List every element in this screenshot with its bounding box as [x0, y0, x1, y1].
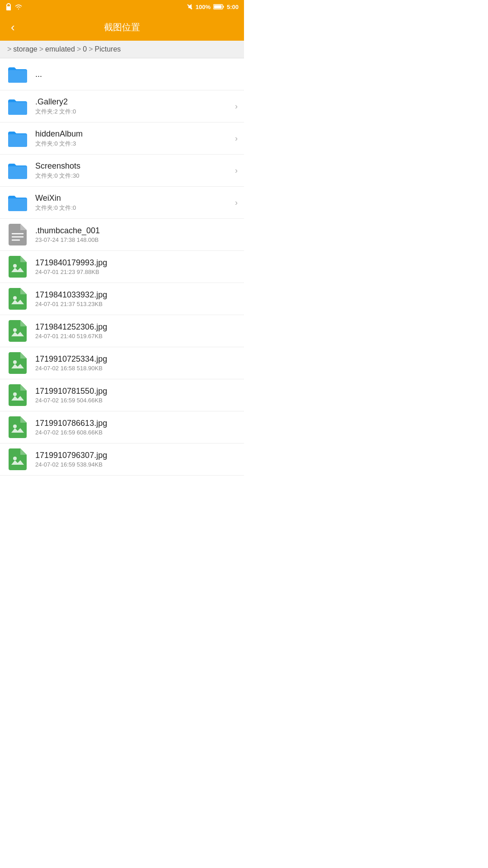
- file-meta: 文件夹:0 文件:0: [35, 204, 231, 212]
- svg-point-19: [13, 457, 17, 460]
- status-bar: 100% 5:00: [0, 0, 244, 14]
- wifi-icon: [14, 4, 23, 10]
- chevron-right-icon: ›: [235, 198, 238, 208]
- svg-point-15: [13, 328, 17, 332]
- list-item[interactable]: 1719910725334.jpg 24-07-02 16:58 518.90K…: [0, 347, 244, 379]
- file-info: hiddenAlbum 文件夹:0 文件:3: [35, 129, 231, 148]
- breadcrumb-sep3: >: [77, 45, 81, 53]
- breadcrumb: > storage > emulated > 0 > Pictures: [0, 41, 244, 58]
- list-item[interactable]: 1719840179993.jpg 24-07-01 21:23 97.88KB: [0, 251, 244, 283]
- lock-icon: [5, 3, 12, 10]
- list-item[interactable]: 1719910786613.jpg 24-07-02 16:59 608.66K…: [0, 411, 244, 443]
- file-list: ... .Gallery2 文件夹:2 文件:0 › hiddenAlbum 文…: [0, 58, 244, 476]
- file-meta: 24-07-02 16:58 518.90KB: [35, 365, 238, 372]
- file-info: 1719910786613.jpg 24-07-02 16:59 608.66K…: [35, 419, 238, 436]
- chevron-right-icon: ›: [235, 166, 238, 175]
- file-icon: [6, 352, 29, 374]
- file-icon: [6, 320, 29, 342]
- list-item[interactable]: .Gallery2 文件夹:2 文件:0 ›: [0, 90, 244, 123]
- mute-icon: [187, 4, 193, 10]
- file-meta: 文件夹:0 文件:30: [35, 172, 231, 180]
- list-item[interactable]: hiddenAlbum 文件夹:0 文件:3 ›: [0, 123, 244, 155]
- file-meta: 文件夹:0 文件:3: [35, 140, 231, 148]
- svg-point-16: [13, 360, 17, 364]
- file-info: 1719910781550.jpg 24-07-02 16:59 504.66K…: [35, 387, 238, 404]
- file-name: WeiXin: [35, 193, 231, 203]
- list-item[interactable]: .thumbcache_001 23-07-24 17:38 148.00B: [0, 219, 244, 251]
- file-meta: 24-07-01 21:40 519.67KB: [35, 333, 238, 340]
- file-icon: [6, 63, 29, 85]
- file-name: 1719841252306.jpg: [35, 322, 238, 332]
- status-bar-left: [5, 3, 23, 10]
- file-name: 1719910796307.jpg: [35, 451, 238, 460]
- chevron-right-icon: ›: [235, 134, 238, 143]
- file-name: Screenshots: [35, 161, 231, 171]
- list-item[interactable]: 1719841033932.jpg 24-07-01 21:37 513.23K…: [0, 283, 244, 315]
- svg-point-14: [13, 296, 17, 300]
- svg-rect-3: [214, 5, 221, 9]
- file-name: 1719910725334.jpg: [35, 354, 238, 364]
- file-info: 1719840179993.jpg 24-07-01 21:23 97.88KB: [35, 258, 238, 275]
- list-item[interactable]: WeiXin 文件夹:0 文件:0 ›: [0, 187, 244, 219]
- file-name: 1719910786613.jpg: [35, 419, 238, 428]
- file-icon: [6, 223, 29, 246]
- file-info: Screenshots 文件夹:0 文件:30: [35, 161, 231, 180]
- file-icon: [6, 384, 29, 406]
- breadcrumb-emulated[interactable]: emulated: [45, 45, 75, 53]
- file-info: .Gallery2 文件夹:2 文件:0: [35, 97, 231, 116]
- header: ‹ 截图位置: [0, 14, 244, 41]
- file-name: ...: [35, 70, 238, 79]
- file-info: 1719910725334.jpg 24-07-02 16:58 518.90K…: [35, 354, 238, 372]
- file-meta: 23-07-24 17:38 148.00B: [35, 236, 238, 243]
- breadcrumb-sep2: >: [39, 45, 43, 53]
- list-item[interactable]: Screenshots 文件夹:0 文件:30 ›: [0, 155, 244, 187]
- file-meta: 24-07-02 16:59 504.66KB: [35, 397, 238, 404]
- list-item[interactable]: 1719841252306.jpg 24-07-01 21:40 519.67K…: [0, 315, 244, 347]
- file-info: .thumbcache_001 23-07-24 17:38 148.00B: [35, 226, 238, 243]
- file-info: 1719841252306.jpg 24-07-01 21:40 519.67K…: [35, 322, 238, 340]
- file-info: WeiXin 文件夹:0 文件:0: [35, 193, 231, 212]
- list-item[interactable]: 1719910796307.jpg 24-07-02 16:59 538.94K…: [0, 443, 244, 476]
- file-name: .Gallery2: [35, 97, 231, 107]
- file-icon: [6, 159, 29, 182]
- back-button[interactable]: ‹: [7, 19, 19, 36]
- svg-rect-5: [8, 70, 27, 83]
- list-item[interactable]: ...: [0, 58, 244, 90]
- breadcrumb-storage[interactable]: storage: [13, 45, 37, 53]
- file-icon: [6, 127, 29, 150]
- svg-rect-7: [8, 134, 27, 147]
- svg-rect-0: [6, 6, 11, 10]
- breadcrumb-0[interactable]: 0: [83, 45, 87, 53]
- breadcrumb-pictures[interactable]: Pictures: [94, 45, 121, 53]
- file-icon: [6, 288, 29, 310]
- page-title: 截图位置: [104, 21, 140, 33]
- svg-rect-8: [8, 166, 27, 179]
- battery-text: 100%: [196, 4, 211, 10]
- svg-point-18: [13, 425, 17, 428]
- svg-rect-6: [8, 102, 27, 115]
- breadcrumb-sep4: >: [89, 45, 93, 53]
- file-icon: [6, 416, 29, 439]
- file-meta: 24-07-01 21:23 97.88KB: [35, 269, 238, 275]
- status-bar-right: 100% 5:00: [187, 4, 239, 10]
- file-info: ...: [35, 70, 238, 79]
- chevron-right-icon: ›: [235, 102, 238, 111]
- file-name: hiddenAlbum: [35, 129, 231, 139]
- file-icon: [6, 448, 29, 471]
- file-name: 1719841033932.jpg: [35, 290, 238, 300]
- svg-rect-4: [223, 6, 224, 8]
- file-meta: 文件夹:2 文件:0: [35, 108, 231, 116]
- file-meta: 24-07-02 16:59 538.94KB: [35, 461, 238, 468]
- file-info: 1719910796307.jpg 24-07-02 16:59 538.94K…: [35, 451, 238, 468]
- svg-point-13: [13, 264, 17, 268]
- file-icon: [6, 191, 29, 214]
- svg-rect-9: [8, 198, 27, 211]
- file-icon: [6, 255, 29, 278]
- list-item[interactable]: 1719910781550.jpg 24-07-02 16:59 504.66K…: [0, 379, 244, 411]
- time-text: 5:00: [227, 4, 239, 10]
- file-info: 1719841033932.jpg 24-07-01 21:37 513.23K…: [35, 290, 238, 307]
- file-meta: 24-07-01 21:37 513.23KB: [35, 301, 238, 307]
- file-meta: 24-07-02 16:59 608.66KB: [35, 429, 238, 436]
- breadcrumb-sep1: >: [7, 45, 11, 53]
- file-icon: [6, 95, 29, 118]
